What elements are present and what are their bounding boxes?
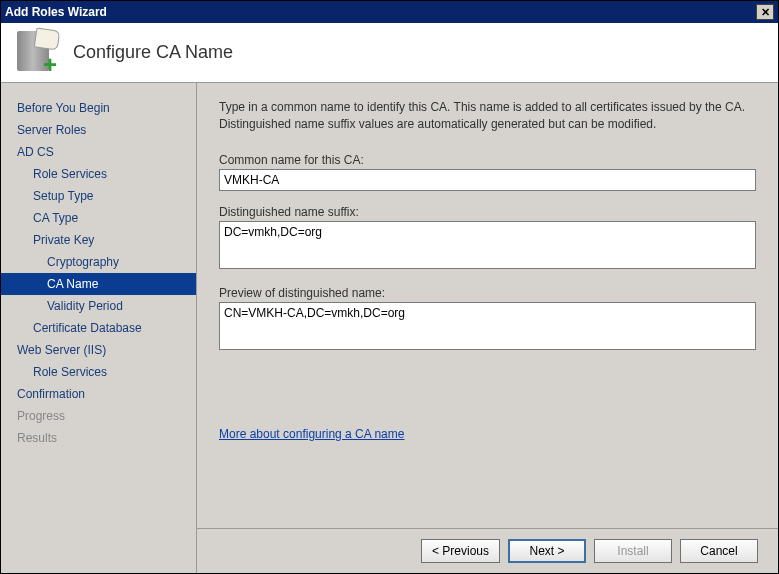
scroll-icon [34,27,61,50]
wizard-sidebar: Before You Begin Server Roles AD CS Role… [1,83,197,573]
nav-progress: Progress [1,405,196,427]
nav-role-services[interactable]: Role Services [1,163,196,185]
install-button: Install [594,539,672,563]
previous-button[interactable]: < Previous [421,539,500,563]
page-title: Configure CA Name [73,42,233,63]
close-button[interactable]: ✕ [756,4,774,20]
nav-certificate-database[interactable]: Certificate Database [1,317,196,339]
wizard-footer: < Previous Next > Install Cancel [197,528,778,573]
next-button[interactable]: Next > [508,539,586,563]
common-name-label: Common name for this CA: [219,153,756,167]
titlebar: Add Roles Wizard ✕ [1,1,778,23]
nav-server-roles[interactable]: Server Roles [1,119,196,141]
nav-ca-type[interactable]: CA Type [1,207,196,229]
nav-before-you-begin[interactable]: Before You Begin [1,97,196,119]
nav-confirmation[interactable]: Confirmation [1,383,196,405]
window-title: Add Roles Wizard [5,5,756,19]
nav-validity-period[interactable]: Validity Period [1,295,196,317]
nav-setup-type[interactable]: Setup Type [1,185,196,207]
nav-iis-role-services[interactable]: Role Services [1,361,196,383]
cancel-button[interactable]: Cancel [680,539,758,563]
more-info-link[interactable]: More about configuring a CA name [219,427,404,441]
common-name-input[interactable] [219,169,756,191]
close-icon: ✕ [761,6,770,19]
wizard-content: Type in a common name to identify this C… [197,83,778,573]
nav-results: Results [1,427,196,449]
wizard-header: + Configure CA Name [1,23,778,83]
nav-ad-cs[interactable]: AD CS [1,141,196,163]
preview-output: CN=VMKH-CA,DC=vmkh,DC=org [219,302,756,350]
nav-ca-name[interactable]: CA Name [1,273,196,295]
nav-private-key[interactable]: Private Key [1,229,196,251]
plus-icon: + [43,57,63,77]
dn-suffix-input[interactable]: DC=vmkh,DC=org [219,221,756,269]
dn-suffix-label: Distinguished name suffix: [219,205,756,219]
nav-web-server-iis[interactable]: Web Server (IIS) [1,339,196,361]
wizard-icon: + [15,29,63,77]
intro-text: Type in a common name to identify this C… [219,99,756,133]
nav-cryptography[interactable]: Cryptography [1,251,196,273]
preview-label: Preview of distinguished name: [219,286,756,300]
